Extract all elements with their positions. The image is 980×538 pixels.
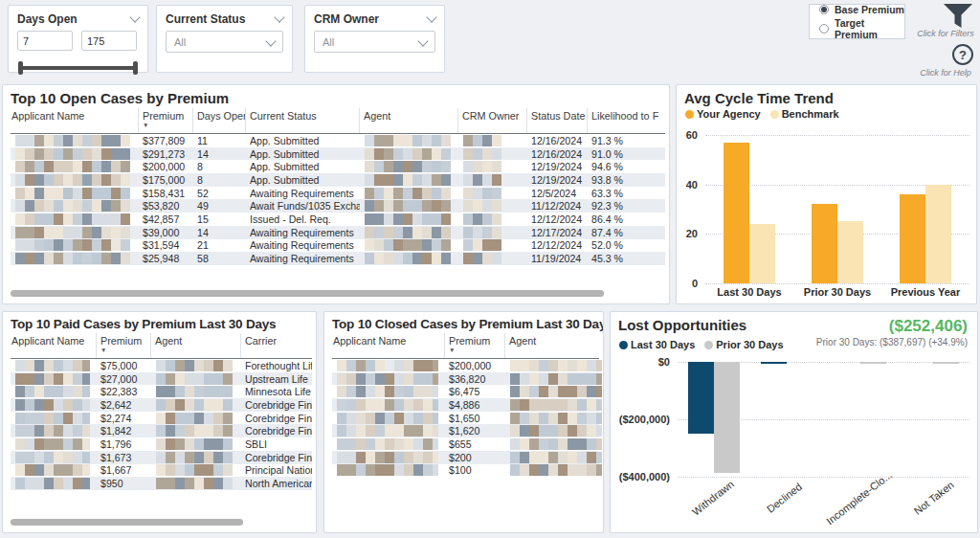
table-row[interactable]: $75,000Forethought Life Insu bbox=[11, 359, 312, 372]
table-row[interactable]: $27,000Upstream Life bbox=[11, 372, 312, 386]
table-row[interactable]: $100 bbox=[332, 464, 599, 478]
filter-funnel-icon[interactable] bbox=[942, 3, 974, 29]
bar-last-30-days[interactable] bbox=[761, 362, 787, 364]
table-row[interactable]: $1,667Principal National Lif bbox=[11, 464, 312, 478]
bar-your-agency[interactable] bbox=[812, 204, 837, 283]
redacted-cell bbox=[361, 174, 453, 186]
y-tick-label: ($200,000) bbox=[611, 414, 670, 425]
bar-prior-30-days[interactable] bbox=[860, 362, 886, 364]
radio-target-premium[interactable]: Target Premium bbox=[819, 17, 904, 40]
redacted-cell bbox=[459, 174, 503, 186]
column-header[interactable]: Agent bbox=[505, 333, 599, 358]
x-axis-label: Last 30 Days bbox=[705, 286, 793, 298]
table-row[interactable]: $175,0008App. Submitted12/19/202493.8 % bbox=[11, 173, 665, 187]
bar-benchmark[interactable] bbox=[837, 221, 863, 283]
bar-prior-30-days[interactable] bbox=[933, 362, 959, 364]
table-row[interactable]: $1,620 bbox=[332, 424, 599, 437]
table-row[interactable]: $31,59421Awaiting Requirements12/12/2024… bbox=[11, 239, 665, 253]
column-header[interactable]: Current Status bbox=[246, 108, 360, 133]
bar-benchmark[interactable] bbox=[749, 224, 775, 283]
table-row[interactable]: $25,94858Awaiting Requirements11/19/2024… bbox=[11, 252, 665, 265]
y-tick-label: $0 bbox=[611, 356, 670, 368]
help-icon[interactable]: ? bbox=[952, 44, 973, 65]
redacted-cell bbox=[11, 413, 90, 424]
redacted-cell bbox=[361, 161, 453, 172]
redacted-cell bbox=[333, 399, 438, 411]
table-row[interactable]: $291,27314App. Submitted12/16/202491.0 % bbox=[11, 147, 665, 161]
closed-cases-panel: Top 10 Closed Cases by Premium Last 30 D… bbox=[323, 311, 604, 533]
table-row[interactable]: $6,475 bbox=[332, 385, 599, 398]
slider-handle-min[interactable] bbox=[18, 61, 23, 75]
chevron-down-icon bbox=[417, 35, 428, 46]
radio-selected-icon[interactable] bbox=[819, 5, 829, 14]
legend-item: Your Agency bbox=[685, 108, 761, 120]
column-header[interactable]: Days Open bbox=[193, 108, 246, 133]
redacted-cell bbox=[361, 135, 453, 146]
table-row[interactable]: $2,274Corebridge Financia bbox=[11, 412, 312, 425]
column-header[interactable]: Premium▼ bbox=[97, 333, 151, 358]
table-row[interactable]: $1,842Corebridge Financia bbox=[11, 424, 312, 437]
legend-dot-icon bbox=[770, 110, 779, 119]
column-header[interactable]: Applicant Name bbox=[332, 333, 445, 358]
redacted-cell bbox=[506, 452, 602, 463]
column-header[interactable]: Status Date bbox=[527, 108, 588, 133]
days-open-max-input[interactable] bbox=[81, 31, 137, 51]
bar-last-30-days[interactable] bbox=[688, 362, 714, 434]
current-status-label: Current Status bbox=[166, 12, 245, 26]
table-row[interactable]: $39,00014Awaiting Requirements12/17/2024… bbox=[11, 226, 665, 239]
chevron-down-icon[interactable] bbox=[426, 11, 436, 22]
chevron-down-icon[interactable] bbox=[274, 11, 284, 22]
legend-item: Prior 30 Days bbox=[704, 339, 783, 350]
table-row[interactable]: $950North American for L bbox=[11, 477, 312, 490]
table-row[interactable]: $4,886 bbox=[332, 398, 599, 412]
table-row[interactable]: $1,650 bbox=[332, 412, 599, 425]
current-status-select[interactable]: All bbox=[166, 31, 283, 53]
table-row[interactable]: $200,0008App. Submitted12/19/202494.6 % bbox=[11, 160, 665, 173]
bar-your-agency[interactable] bbox=[900, 194, 925, 283]
radio-base-premium[interactable]: Base Premium bbox=[819, 4, 904, 15]
lost-bar-groups bbox=[678, 362, 969, 477]
table-row[interactable]: $200,000 bbox=[332, 359, 599, 372]
slider-handle-max[interactable] bbox=[133, 61, 138, 75]
table-row[interactable]: $200 bbox=[332, 451, 599, 464]
horizontal-scrollbar[interactable] bbox=[11, 290, 604, 297]
days-open-min-input[interactable] bbox=[17, 31, 73, 51]
column-header[interactable]: Carrier bbox=[241, 333, 312, 358]
chevron-down-icon[interactable] bbox=[129, 11, 140, 22]
redacted-cell bbox=[11, 174, 133, 186]
table-row[interactable]: $1,796SBLI bbox=[11, 437, 312, 451]
table-row[interactable]: $42,85715Issued - Del. Req.12/12/202486.… bbox=[11, 213, 665, 226]
table-row[interactable]: $2,642Corebridge Financia bbox=[11, 398, 312, 412]
question-mark-glyph: ? bbox=[959, 48, 967, 62]
redacted-cell bbox=[361, 188, 453, 199]
table-row[interactable]: $53,82049Await Funds/1035 Exchange11/12/… bbox=[11, 199, 665, 213]
days-open-range-slider[interactable] bbox=[18, 61, 138, 75]
redacted-cell bbox=[11, 161, 133, 172]
crm-owner-select[interactable]: All bbox=[314, 31, 435, 53]
bar-your-agency[interactable] bbox=[724, 143, 749, 283]
redacted-cell bbox=[152, 425, 236, 437]
column-header[interactable]: Applicant Name bbox=[11, 333, 97, 358]
redacted-cell bbox=[152, 478, 236, 489]
column-header[interactable]: CRM Owner bbox=[458, 108, 527, 133]
column-header[interactable]: Applicant Name bbox=[11, 108, 139, 133]
bar-prior-30-days[interactable] bbox=[714, 362, 740, 473]
table-row[interactable]: $36,820 bbox=[332, 372, 599, 386]
column-header[interactable]: Agent bbox=[151, 333, 241, 358]
table-row[interactable]: $158,43152Awaiting Requirements12/5/2024… bbox=[11, 187, 665, 200]
table-row[interactable]: $377,80911App. Submitted12/16/202491.3 % bbox=[11, 134, 665, 147]
column-header[interactable]: Premium▼ bbox=[139, 108, 193, 133]
table-row[interactable]: $655 bbox=[332, 437, 599, 451]
redacted-cell bbox=[11, 253, 133, 264]
horizontal-scrollbar[interactable] bbox=[11, 519, 243, 526]
redacted-cell bbox=[333, 413, 438, 424]
radio-unselected-icon[interactable] bbox=[819, 24, 829, 34]
table-row[interactable]: $1,673Corebridge Financia bbox=[11, 451, 312, 464]
table-row[interactable]: $22,383Minnesota Life Insur bbox=[11, 385, 312, 398]
bar-benchmark[interactable] bbox=[925, 185, 951, 283]
redacted-cell bbox=[11, 386, 90, 397]
column-header[interactable]: Premium▼ bbox=[445, 333, 505, 358]
redacted-cell bbox=[506, 386, 602, 397]
column-header[interactable]: Likelihood to F bbox=[588, 108, 665, 133]
column-header[interactable]: Agent bbox=[360, 108, 458, 133]
